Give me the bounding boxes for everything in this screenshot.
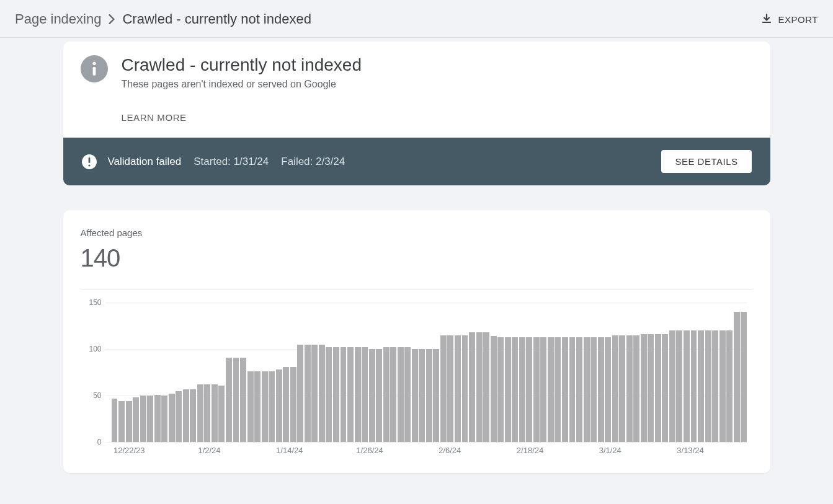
- bar[interactable]: [140, 396, 146, 442]
- bar[interactable]: [262, 371, 268, 442]
- bar[interactable]: [355, 347, 361, 442]
- bar[interactable]: [533, 337, 540, 443]
- bar[interactable]: [584, 337, 590, 443]
- bar[interactable]: [598, 337, 604, 443]
- bar[interactable]: [497, 337, 504, 443]
- see-details-button[interactable]: SEE DETAILS: [661, 150, 751, 173]
- bar[interactable]: [254, 371, 261, 442]
- bar[interactable]: [626, 335, 633, 443]
- bar[interactable]: [483, 332, 489, 442]
- bar[interactable]: [648, 334, 654, 442]
- bar[interactable]: [676, 330, 682, 442]
- bar[interactable]: [440, 335, 447, 443]
- bar[interactable]: [169, 394, 175, 442]
- bar[interactable]: [326, 347, 332, 442]
- bar[interactable]: [562, 337, 568, 443]
- bar[interactable]: [305, 345, 311, 443]
- bar[interactable]: [347, 347, 354, 442]
- bar[interactable]: [333, 347, 339, 442]
- bar[interactable]: [540, 337, 546, 443]
- bar[interactable]: [455, 335, 461, 443]
- bar[interactable]: [519, 337, 525, 443]
- bar[interactable]: [283, 367, 289, 443]
- bar[interactable]: [641, 334, 647, 442]
- bar[interactable]: [605, 337, 611, 443]
- bar[interactable]: [619, 335, 625, 443]
- bar[interactable]: [154, 395, 161, 443]
- bar[interactable]: [569, 337, 576, 443]
- bar[interactable]: [469, 332, 475, 442]
- bar[interactable]: [404, 347, 411, 442]
- bar[interactable]: [233, 358, 239, 443]
- bar[interactable]: [705, 330, 711, 442]
- bar[interactable]: [476, 332, 483, 442]
- bar[interactable]: [712, 330, 718, 442]
- bar[interactable]: [684, 330, 690, 442]
- bar[interactable]: [390, 347, 396, 442]
- chart-card: Affected pages 140 050100150 12/22/231/2…: [63, 210, 770, 473]
- bar[interactable]: [698, 330, 704, 442]
- bar[interactable]: [311, 345, 318, 443]
- bar[interactable]: [176, 391, 182, 443]
- bar[interactable]: [197, 384, 203, 442]
- bar[interactable]: [734, 312, 740, 442]
- bar[interactable]: [290, 367, 296, 443]
- export-button[interactable]: EXPORT: [761, 13, 818, 26]
- bar[interactable]: [240, 358, 246, 443]
- x-tick-label: 1/2/24: [198, 446, 220, 455]
- bar[interactable]: [741, 312, 747, 442]
- bar[interactable]: [726, 330, 733, 442]
- bar[interactable]: [212, 384, 218, 442]
- bar[interactable]: [662, 334, 668, 442]
- bar[interactable]: [126, 401, 132, 442]
- bar[interactable]: [161, 396, 167, 442]
- bar[interactable]: [226, 358, 232, 443]
- bar[interactable]: [190, 389, 196, 443]
- bar[interactable]: [433, 349, 439, 442]
- bar[interactable]: [376, 349, 382, 442]
- bar[interactable]: [362, 347, 368, 442]
- bar[interactable]: [183, 389, 189, 443]
- bar[interactable]: [576, 337, 582, 443]
- x-tick-label: 3/13/24: [677, 446, 703, 455]
- bar[interactable]: [491, 336, 497, 442]
- bar[interactable]: [118, 401, 125, 442]
- bar[interactable]: [447, 335, 453, 443]
- bar[interactable]: [512, 337, 518, 443]
- bar[interactable]: [426, 349, 432, 442]
- bar[interactable]: [548, 337, 554, 443]
- info-subtitle: These pages aren't indexed or served on …: [122, 79, 362, 90]
- bar[interactable]: [319, 345, 325, 443]
- bar[interactable]: [276, 369, 282, 442]
- bar[interactable]: [369, 349, 375, 442]
- bar[interactable]: [383, 347, 390, 442]
- bar[interactable]: [719, 330, 726, 442]
- bar[interactable]: [133, 397, 139, 442]
- bar[interactable]: [204, 384, 210, 442]
- bar[interactable]: [612, 335, 618, 443]
- info-card: Crawled - currently not indexed These pa…: [63, 42, 770, 138]
- bar[interactable]: [526, 337, 532, 443]
- bar[interactable]: [633, 335, 639, 443]
- bar[interactable]: [419, 349, 425, 442]
- bar[interactable]: [505, 337, 511, 443]
- bar[interactable]: [555, 337, 561, 443]
- bar[interactable]: [462, 335, 468, 443]
- bar[interactable]: [112, 399, 118, 443]
- bar[interactable]: [218, 386, 225, 443]
- bar[interactable]: [691, 330, 697, 442]
- bar[interactable]: [655, 334, 661, 442]
- breadcrumb-parent[interactable]: Page indexing: [15, 11, 101, 27]
- bar[interactable]: [297, 345, 303, 443]
- bar[interactable]: [269, 371, 275, 442]
- learn-more-button[interactable]: LEARN MORE: [122, 112, 753, 123]
- bar[interactable]: [398, 347, 404, 442]
- content: Crawled - currently not indexed These pa…: [63, 42, 770, 473]
- bar[interactable]: [590, 337, 597, 443]
- bar[interactable]: [147, 396, 153, 442]
- bar[interactable]: [669, 330, 675, 442]
- bar[interactable]: [247, 371, 254, 442]
- bar[interactable]: [412, 349, 418, 442]
- y-tick-label: 50: [81, 391, 102, 400]
- bar[interactable]: [341, 347, 347, 442]
